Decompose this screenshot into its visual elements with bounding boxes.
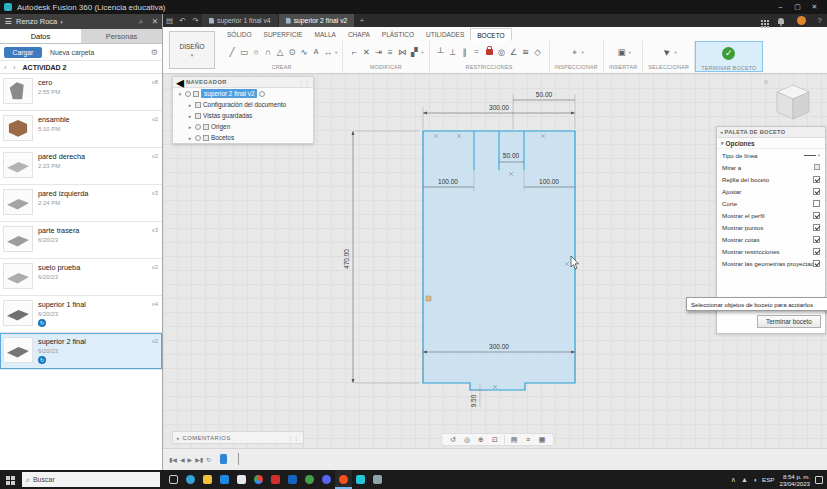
list-item[interactable]: pared izquierda 2:24 PM v3 [0,185,162,222]
dim-inner-center[interactable]: 50.00 [503,152,520,159]
finish-sketch-check-icon[interactable]: ✓ [722,47,735,60]
tray-expand-icon[interactable]: ∧ [731,476,736,484]
palette-row-show-dimensions[interactable]: Mostrar cotas [717,233,825,245]
taskbar-clock[interactable]: 8:54 p. m. 23/04/2023 [780,473,811,487]
group-label[interactable]: MODIFICAR [370,64,402,70]
file-explorer-icon[interactable] [199,470,216,489]
group-label[interactable]: INSERTAR [609,64,637,70]
workspace-selector[interactable]: DISEÑO ▾ [169,31,215,69]
look-at-icon[interactable]: ◎ [460,436,474,444]
line-tool-icon[interactable]: ╱ [226,43,238,61]
tree-expand-icon[interactable]: ▸ [187,102,193,108]
view-cube[interactable]: ⌂ [764,78,820,130]
tangent-constraint-icon[interactable]: ∠ [508,43,520,61]
tab-datos[interactable]: Datos [0,29,81,43]
list-item[interactable]: cero 2:55 PM v8 [0,74,162,111]
search-icon[interactable]: ⌕ [134,17,148,27]
new-tab-button[interactable]: + [355,16,368,25]
collapse-icon[interactable]: ◂ [720,129,723,135]
help-icon[interactable]: ? [812,16,827,25]
group-label[interactable]: CREAR [272,64,292,70]
palette-section-options[interactable]: ▾ Opciones [717,138,825,149]
media-app-icon[interactable] [267,470,284,489]
navigator-header[interactable]: ◂ NAVEGADOR ⋮⋮ [173,77,313,88]
breadcrumb-arrows-icon[interactable]: ‹ › [4,63,18,72]
tab-solido[interactable]: SÓLIDO [221,28,258,41]
dim-height[interactable]: 470.00 [343,249,350,269]
edge-browser-icon[interactable] [182,470,199,489]
apps-grid-icon[interactable] [761,20,763,22]
notifications-bell-icon[interactable] [778,18,784,24]
play-icon[interactable]: ▶ [188,456,193,463]
taskbar-search[interactable]: ⌕ Buscar [22,472,160,487]
palette-row-show-constraints[interactable]: Mostrar restricciones [717,245,825,257]
tree-root-label[interactable]: superior 2 final v2 [201,89,257,98]
tab-malla[interactable]: MALLA [309,28,342,41]
upload-button[interactable]: Cargar [4,47,42,58]
horizontal-vertical-constraint-icon[interactable]: ┴ [435,43,447,61]
fillet-tool-icon[interactable]: ⌐ [348,43,360,61]
tab-personas[interactable]: Personas [81,29,162,43]
collapse-icon[interactable]: ◂ [176,73,184,92]
equal-constraint-icon[interactable]: = [471,43,483,61]
word-icon[interactable] [284,470,301,489]
palette-row-show-profile[interactable]: Mostrar el perfil [717,209,825,221]
fix-constraint-lock-icon[interactable] [486,49,493,55]
go-to-end-icon[interactable]: ▶▮ [195,456,203,463]
arc-tool-icon[interactable]: ∩ [262,43,274,61]
perpendicular-constraint-icon[interactable]: ⊥ [447,43,459,61]
checkbox[interactable] [813,200,820,207]
checkbox[interactable] [813,260,820,267]
palette-row-grid[interactable]: Rejilla del boceto [717,173,825,185]
palette-row-linetype[interactable]: Tipo de línea ▾ [717,149,825,161]
list-item[interactable]: superior 1 final 6/20/23 ↻ v4 [0,296,162,333]
mirror-tool-icon[interactable]: ⋈ [396,43,408,61]
dim-width-top[interactable]: 300.00 [489,104,509,111]
breadcrumb-label[interactable]: ACTIVIDAD 2 [23,64,67,71]
display-settings-icon[interactable]: ▤ [507,436,521,444]
viewports-icon[interactable]: ▦ [535,436,549,444]
tree-expand-icon[interactable]: ▸ [187,124,193,130]
orbit-icon[interactable]: ↺ [446,436,460,444]
concentric-constraint-icon[interactable]: ◎ [496,43,508,61]
tree-row[interactable]: ▸ Origen [183,121,313,132]
rectangle-tool-icon[interactable]: ▭ [238,43,250,61]
user-name[interactable]: Renzo Roca [16,17,57,26]
group-label[interactable]: SELECCIONAR [648,64,689,70]
tree-row[interactable]: ▸ Configuración del documento [183,99,313,110]
panel-grip-icon[interactable]: ⋮⋮ [298,79,310,86]
document-tab[interactable]: superior 2 final v2 [279,14,355,27]
list-item[interactable]: parte trasera 6/20/23 v3 [0,222,162,259]
whatsapp-icon[interactable] [301,470,318,489]
checkbox[interactable] [813,236,820,243]
list-item[interactable]: ensamble 5:10 PM v2 [0,111,162,148]
mail-icon[interactable] [233,470,250,489]
tab-plastico[interactable]: PLÁSTICO [376,28,420,41]
dim-inner-right[interactable]: 100.00 [539,178,559,185]
checkbox[interactable] [813,176,820,183]
tree-expand-icon[interactable]: ▸ [187,135,193,141]
action-center-icon[interactable] [815,476,823,484]
parallel-constraint-icon[interactable]: ∥ [459,43,471,61]
sketch-point-marker[interactable] [426,296,431,301]
dimension-tool-icon[interactable]: ↔ [322,43,334,61]
dim-top-right[interactable]: 50.00 [536,91,553,98]
midpoint-constraint-icon[interactable]: ◇ [532,43,544,61]
discord-icon[interactable] [318,470,335,489]
ellipse-tool-icon[interactable]: ⊙ [286,43,298,61]
tree-row[interactable]: ▸ Bocetos [183,132,313,143]
expand-icon[interactable]: ▸ [177,435,180,441]
look-at-icon[interactable] [814,164,820,170]
section-expand-icon[interactable]: ▾ [721,140,724,146]
linetype-sample-icon[interactable] [804,155,816,156]
user-avatar[interactable] [797,16,806,25]
zoom-icon[interactable]: ⊡ [488,436,502,444]
checkbox[interactable] [813,188,820,195]
close-button[interactable]: ✕ [806,0,823,14]
dim-inner-left[interactable]: 100.00 [438,178,458,185]
dim-notch[interactable]: 9.50 [470,394,477,407]
task-view-icon[interactable] [165,470,182,489]
pan-icon[interactable]: ⊕ [474,436,488,444]
palette-row-show-projected[interactable]: Mostrar las geometrías proyectadas [717,257,825,269]
dim-width-bottom[interactable]: 300.00 [489,343,509,350]
